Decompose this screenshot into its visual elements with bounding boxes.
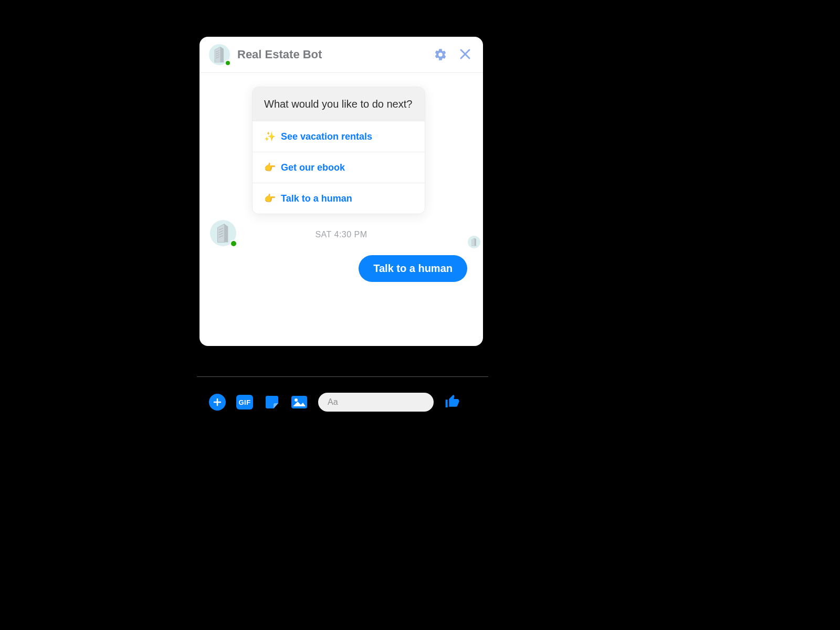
bot-avatar[interactable]: [209, 44, 230, 65]
svg-marker-15: [475, 238, 476, 246]
svg-marker-1: [220, 47, 224, 62]
option-see-rentals[interactable]: ✨ See vacation rentals: [253, 121, 425, 152]
option-label: Talk to a human: [281, 193, 352, 204]
chat-body: What would you like to do next? ✨ See va…: [200, 73, 483, 346]
option-talk-human[interactable]: 👉 Talk to a human: [253, 183, 425, 214]
image-button[interactable]: [291, 394, 308, 411]
bot-message-card: What would you like to do next? ✨ See va…: [252, 87, 425, 214]
chat-window: Real Estate Bot What would you like to d…: [200, 37, 483, 346]
close-button[interactable]: [459, 48, 472, 61]
thumbs-up-button[interactable]: [444, 393, 461, 412]
option-label: See vacation rentals: [281, 131, 372, 142]
svg-rect-18: [291, 396, 307, 408]
message-input[interactable]: [328, 397, 433, 407]
sparkles-icon: ✨: [264, 131, 276, 142]
close-icon: [459, 48, 471, 60]
point-right-icon: 👉: [264, 162, 276, 173]
status-indicator: [230, 240, 237, 247]
building-icon: [213, 47, 226, 62]
user-reply-row: Talk to a human: [215, 255, 467, 282]
composer-divider: [197, 376, 488, 377]
svg-marker-8: [218, 224, 225, 243]
building-icon: [216, 224, 230, 243]
svg-marker-14: [472, 238, 475, 246]
chat-header: Real Estate Bot: [200, 37, 483, 73]
sent-receipt-avatar: [468, 236, 480, 248]
image-icon: [291, 395, 308, 409]
sticker-icon: [264, 394, 280, 410]
svg-marker-9: [224, 224, 228, 243]
settings-button[interactable]: [434, 48, 447, 61]
building-icon: [471, 238, 477, 246]
point-right-icon: 👉: [264, 193, 276, 204]
option-get-ebook[interactable]: 👉 Get our ebook: [253, 152, 425, 183]
svg-marker-0: [215, 47, 220, 62]
card-prompt: What would you like to do next?: [253, 87, 425, 121]
user-reply-button[interactable]: Talk to a human: [359, 255, 467, 282]
add-button[interactable]: [209, 394, 226, 411]
plus-icon: [213, 397, 222, 407]
composer-toolbar: GIF: [209, 393, 461, 412]
thumbs-up-icon: [444, 393, 461, 410]
status-indicator: [225, 60, 231, 66]
gif-icon: GIF: [236, 395, 253, 410]
gif-button[interactable]: GIF: [236, 394, 253, 411]
option-label: Get our ebook: [281, 162, 345, 173]
svg-point-19: [295, 398, 298, 402]
gear-icon: [434, 48, 447, 61]
timestamp: SAT 4:30 PM: [215, 230, 467, 239]
message-input-container[interactable]: [318, 393, 434, 412]
sticker-button[interactable]: [264, 394, 280, 411]
chat-title: Real Estate Bot: [237, 48, 426, 61]
bot-message-avatar: [210, 220, 236, 246]
